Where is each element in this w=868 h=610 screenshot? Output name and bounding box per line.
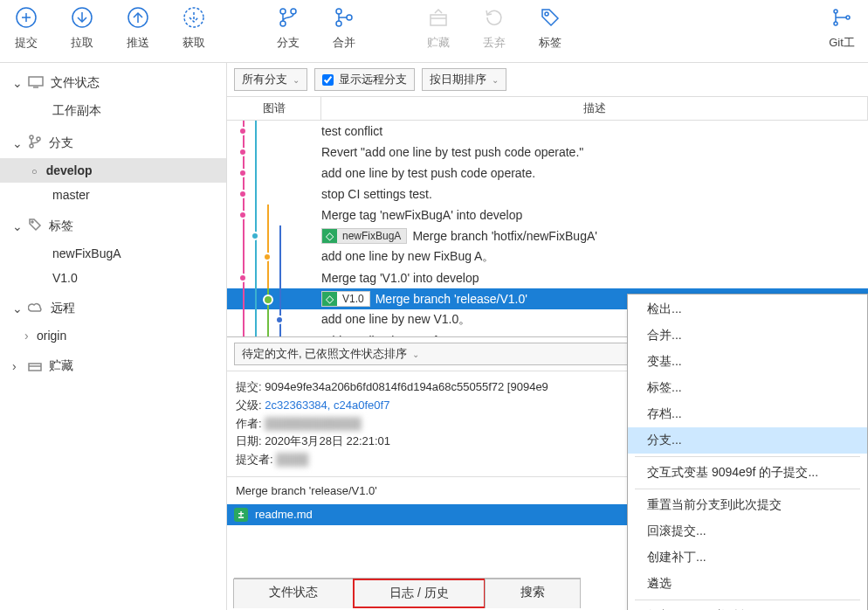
tags-label: 标签 bbox=[49, 218, 73, 234]
download-circle-icon bbox=[70, 5, 94, 30]
chevron-down-icon: ⌄ bbox=[293, 75, 300, 85]
svg-point-13 bbox=[336, 21, 341, 26]
show-remote-checkbox[interactable]: 显示远程分支 bbox=[314, 68, 415, 91]
svg-point-26 bbox=[31, 221, 33, 223]
stash-button: 贮藏 bbox=[421, 5, 456, 51]
merge-icon bbox=[332, 5, 356, 30]
column-graph[interactable]: 图谱 bbox=[227, 97, 321, 120]
svg-point-19 bbox=[834, 22, 837, 25]
branch-filter-label: 所有分支 bbox=[242, 72, 287, 87]
commit-hash-value: 9094e9fe34a206b6fd0814f6d194a68c55055f72… bbox=[265, 380, 548, 393]
commit-row[interactable]: ◇newFixBugAMerge branch 'hotfix/newFixBu… bbox=[227, 225, 868, 246]
upload-circle-icon bbox=[126, 5, 150, 30]
fetch-button[interactable]: 获取 bbox=[176, 5, 211, 51]
svg-rect-15 bbox=[431, 15, 446, 25]
toolbar: 提交 拉取 推送 获取 分支 合并 贮藏 丢弃 标签 Git工 bbox=[0, 0, 868, 63]
svg-point-20 bbox=[846, 16, 850, 19]
sidebar-section-stashes[interactable]: › 贮藏 bbox=[0, 351, 226, 381]
sidebar-item-remote-origin[interactable]: origin bbox=[0, 323, 226, 348]
show-remote-label: 显示远程分支 bbox=[339, 72, 407, 87]
commit-message: Merge branch 'release/V1.0' bbox=[375, 292, 527, 306]
commit-row[interactable]: add one line by new FixBug A。 bbox=[227, 246, 868, 267]
menu-separator bbox=[635, 489, 860, 489]
sort-dropdown[interactable]: 按日期排序 ⌄ bbox=[422, 68, 506, 91]
push-button[interactable]: 推送 bbox=[121, 5, 155, 51]
tag-button[interactable]: 标签 bbox=[533, 5, 568, 51]
sidebar-section-tags[interactable]: ⌄ 标签 bbox=[0, 211, 226, 241]
menu-separator bbox=[635, 600, 860, 600]
sidebar-item-working-copy[interactable]: 工作副本 bbox=[0, 98, 226, 124]
commit-message: add one line by new V1.0。 bbox=[321, 312, 471, 328]
svg-point-9 bbox=[280, 9, 286, 14]
stash-icon bbox=[426, 5, 451, 30]
sidebar-item-tag-newfixbuga[interactable]: newFixBugA bbox=[0, 241, 226, 266]
commit-message: Merge tag 'newFixBugA' into develop bbox=[321, 208, 522, 222]
svg-point-10 bbox=[280, 21, 286, 26]
stash-icon bbox=[28, 359, 42, 374]
commit-message: add one line by test push code operate. bbox=[321, 166, 535, 180]
commit-row[interactable]: Merge tag 'newFixBugA' into develop bbox=[227, 204, 868, 225]
svg-point-24 bbox=[30, 144, 33, 148]
pull-button[interactable]: 拉取 bbox=[65, 5, 100, 51]
gitflow-button[interactable]: Git工 bbox=[824, 5, 859, 51]
menu-patch[interactable]: 创建补丁... bbox=[628, 544, 867, 571]
menu-interactive-rebase[interactable]: 交互式变基 9094e9f 的子提交... bbox=[628, 460, 867, 486]
commit-message: test conflict bbox=[321, 124, 382, 138]
menu-checkout[interactable]: 检出... bbox=[628, 296, 867, 322]
fetch-label: 获取 bbox=[183, 35, 205, 51]
commit-row[interactable]: test conflict bbox=[227, 121, 868, 142]
menu-archive[interactable]: 存档... bbox=[628, 401, 867, 427]
tag-badge: ◇newFixBugA bbox=[321, 228, 407, 244]
svg-rect-27 bbox=[29, 364, 41, 371]
menu-tag[interactable]: 标签... bbox=[628, 375, 867, 401]
discard-button: 丢弃 bbox=[477, 5, 512, 51]
branch-button[interactable]: 分支 bbox=[271, 5, 306, 51]
stash-label: 贮藏 bbox=[427, 35, 450, 51]
merge-button[interactable]: 合并 bbox=[327, 5, 362, 51]
sidebar-section-branches[interactable]: ⌄ 分支 bbox=[0, 128, 226, 158]
tab-search[interactable]: 搜索 bbox=[485, 579, 581, 608]
commit-row[interactable]: Revert "add one line by test push code o… bbox=[227, 142, 868, 163]
sidebar-section-remotes[interactable]: ⌄ 远程 bbox=[0, 294, 226, 323]
sidebar-item-branch-develop[interactable]: develop bbox=[0, 158, 226, 183]
sidebar-section-file-status[interactable]: ⌄ 文件状态 bbox=[0, 68, 226, 98]
branch-label: 分支 bbox=[277, 35, 300, 51]
commit-row[interactable]: stop CI settings test. bbox=[227, 184, 868, 204]
author-value: ████████████ bbox=[265, 417, 362, 430]
committer-label: 提交者: bbox=[236, 453, 273, 466]
menu-branch[interactable]: 分支... bbox=[628, 427, 867, 454]
chevron-down-icon: ⌄ bbox=[12, 302, 21, 315]
sidebar-item-branch-master[interactable]: master bbox=[0, 183, 226, 207]
plus-circle-icon bbox=[14, 5, 38, 30]
menu-rebase[interactable]: 变基... bbox=[628, 349, 867, 375]
pending-files-label: 待定的文件, 已依照文件状态排序 bbox=[242, 346, 407, 362]
tab-file-status[interactable]: 文件状态 bbox=[233, 579, 354, 608]
gitflow-icon bbox=[830, 5, 854, 30]
cloud-icon bbox=[28, 302, 44, 315]
commit-row[interactable]: add one line by test push code operate. bbox=[227, 163, 868, 184]
commit-label: 提交 bbox=[15, 35, 38, 51]
filter-bar: 所有分支 ⌄ 显示远程分支 按日期排序 ⌄ bbox=[227, 63, 868, 96]
menu-reset[interactable]: 重置当前分支到此次提交 bbox=[628, 492, 867, 518]
menu-separator bbox=[635, 456, 860, 457]
menu-copy-sha[interactable]: 复制 SHA 到剪贴板 bbox=[628, 603, 867, 610]
menu-merge[interactable]: 合并... bbox=[628, 322, 867, 349]
svg-point-12 bbox=[336, 9, 341, 14]
sort-label: 按日期排序 bbox=[430, 72, 486, 87]
sidebar-item-tag-v10[interactable]: V1.0 bbox=[0, 266, 226, 290]
sidebar: ⌄ 文件状态 工作副本 ⌄ 分支 develop master ⌄ 标签 new… bbox=[0, 63, 227, 610]
tag-badge: ◇V1.0 bbox=[321, 291, 370, 307]
menu-cherry-pick[interactable]: 遴选 bbox=[628, 571, 867, 597]
commit-button[interactable]: 提交 bbox=[9, 5, 44, 51]
commit-message: Merge tag 'V1.0' into develop bbox=[321, 271, 479, 285]
tab-log-history[interactable]: 日志 / 历史 bbox=[353, 579, 486, 608]
commit-row[interactable]: Merge tag 'V1.0' into develop bbox=[227, 267, 868, 288]
parent-hashes-link[interactable]: 2c32363384, c24a0fe0f7 bbox=[265, 399, 389, 412]
push-label: 推送 bbox=[127, 35, 149, 51]
chevron-down-icon: ⌄ bbox=[492, 75, 499, 85]
column-description[interactable]: 描述 bbox=[321, 97, 868, 120]
show-remote-input[interactable] bbox=[322, 74, 334, 86]
branch-filter-dropdown[interactable]: 所有分支 ⌄ bbox=[234, 68, 307, 91]
menu-revert[interactable]: 回滚提交... bbox=[628, 518, 867, 544]
gitflow-label: Git工 bbox=[829, 35, 855, 51]
